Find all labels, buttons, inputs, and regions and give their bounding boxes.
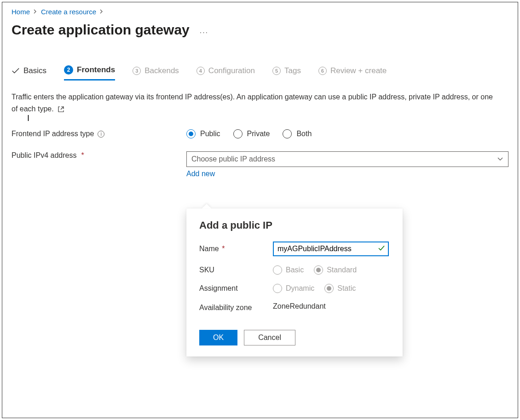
radio-private[interactable]: Private	[233, 129, 270, 138]
radio-icon	[186, 129, 196, 138]
add-new-link[interactable]: Add new	[186, 170, 215, 178]
tab-review-create[interactable]: 6 Review + create	[318, 65, 387, 81]
step-number-icon: 6	[318, 67, 327, 75]
sku-label: SKU	[199, 266, 273, 274]
radio-icon	[273, 284, 282, 293]
tab-description: Traffic enters the application gateway v…	[12, 91, 499, 115]
info-icon[interactable]: i	[98, 131, 104, 138]
name-label: Name *	[199, 245, 273, 253]
step-number-icon: 3	[133, 67, 141, 75]
step-number-icon: 2	[64, 65, 73, 75]
callout-title: Add a public IP	[199, 219, 390, 231]
tab-frontends[interactable]: 2 Frontends	[64, 65, 115, 81]
tab-label: Configuration	[208, 66, 255, 75]
step-number-icon: 4	[196, 67, 205, 75]
frontend-ip-type-radio-group: Public Private Both	[186, 129, 312, 138]
tab-backends[interactable]: 3 Backends	[133, 65, 179, 81]
text-cursor-icon: I	[27, 114, 29, 123]
tab-basics[interactable]: Basics	[12, 65, 46, 81]
external-link-icon[interactable]	[58, 106, 64, 113]
tab-configuration[interactable]: 4 Configuration	[196, 65, 255, 81]
cancel-button[interactable]: Cancel	[244, 330, 295, 345]
breadcrumb-create-resource[interactable]: Create a resource	[41, 8, 96, 16]
radio-icon	[273, 265, 282, 275]
chevron-right-icon	[100, 8, 104, 15]
step-number-icon: 5	[272, 67, 281, 75]
add-public-ip-callout: Add a public IP Name * SKU Basic	[186, 208, 403, 357]
select-placeholder: Choose public IP address	[191, 155, 275, 163]
radio-assignment-static: Static	[324, 284, 356, 293]
page-title: Create application gateway	[12, 22, 190, 38]
tab-tags[interactable]: 5 Tags	[272, 65, 301, 81]
radio-sku-basic: Basic	[273, 265, 304, 275]
radio-public[interactable]: Public	[186, 129, 220, 138]
radio-both[interactable]: Both	[283, 129, 312, 138]
sku-radio-group: Basic Standard	[273, 265, 357, 275]
availability-zone-label: Availability zone	[199, 302, 273, 313]
breadcrumb-home[interactable]: Home	[12, 8, 30, 16]
assignment-label: Assignment	[199, 284, 273, 293]
chevron-right-icon	[34, 8, 37, 15]
tab-label: Basics	[23, 66, 46, 75]
name-input[interactable]	[273, 242, 389, 256]
more-actions-icon[interactable]: ···	[200, 29, 208, 37]
availability-zone-value: ZoneRedundant	[273, 302, 390, 311]
radio-icon	[233, 129, 243, 138]
tab-label: Tags	[284, 66, 301, 75]
public-ip-select[interactable]: Choose public IP address	[186, 151, 508, 167]
radio-icon	[314, 265, 323, 275]
assignment-radio-group: Dynamic Static	[273, 284, 356, 293]
radio-icon	[283, 129, 292, 138]
tab-label: Review + create	[330, 66, 387, 75]
tab-label: Frontends	[77, 65, 115, 75]
public-ipv4-label: Public IPv4 address*	[12, 151, 186, 160]
breadcrumb: Home Create a resource	[12, 8, 508, 16]
radio-icon	[324, 284, 334, 293]
ok-button[interactable]: OK	[199, 330, 237, 345]
checkmark-icon	[378, 245, 385, 253]
radio-assignment-dynamic: Dynamic	[273, 284, 314, 293]
frontend-ip-type-label: Frontend IP address type i	[12, 130, 186, 138]
radio-sku-standard: Standard	[314, 265, 357, 275]
chevron-down-icon	[497, 155, 503, 163]
checkmark-icon	[12, 67, 20, 75]
tab-label: Backends	[144, 66, 179, 75]
wizard-tabs: Basics 2 Frontends 3 Backends 4 Configur…	[12, 65, 508, 81]
